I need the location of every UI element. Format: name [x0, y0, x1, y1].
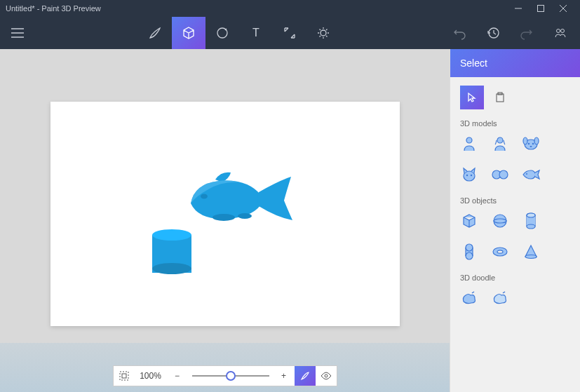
- model-man[interactable]: [460, 135, 478, 153]
- minimize-button[interactable]: [507, 0, 530, 17]
- 3d-tool[interactable]: [172, 17, 205, 49]
- svg-rect-25: [122, 374, 126, 378]
- svg-point-47: [527, 224, 535, 229]
- svg-point-33: [534, 137, 539, 144]
- svg-line-17: [319, 36, 321, 37]
- svg-point-37: [464, 171, 475, 181]
- svg-point-38: [466, 175, 468, 176]
- svg-line-15: [326, 36, 328, 37]
- svg-point-50: [466, 244, 473, 251]
- svg-point-9: [321, 30, 326, 36]
- models-grid: [460, 135, 570, 184]
- model-cat[interactable]: [460, 165, 478, 184]
- canvas[interactable]: [50, 102, 400, 326]
- object-sphere[interactable]: [491, 212, 509, 230]
- text-tool[interactable]: T: [239, 17, 273, 49]
- zoom-value: 100%: [135, 371, 167, 381]
- svg-point-54: [525, 255, 537, 259]
- svg-point-43: [494, 215, 506, 227]
- cylinder-object[interactable]: [152, 229, 191, 274]
- effects-tool[interactable]: [306, 17, 340, 49]
- fish-model[interactable]: [180, 168, 295, 231]
- svg-point-20: [561, 29, 565, 33]
- menu-button[interactable]: [0, 17, 35, 49]
- shapes-tool[interactable]: [205, 17, 239, 49]
- svg-line-16: [326, 29, 328, 31]
- canvas-area[interactable]: 100% − +: [0, 49, 450, 392]
- models-section-label: 3D models: [460, 119, 570, 128]
- redo-button[interactable]: [510, 17, 544, 49]
- svg-point-26: [325, 374, 328, 377]
- svg-point-30: [497, 137, 503, 143]
- svg-point-41: [499, 170, 508, 179]
- undo-button[interactable]: [443, 17, 476, 49]
- svg-point-42: [526, 173, 527, 175]
- svg-rect-1: [538, 6, 544, 12]
- brush-tool[interactable]: [138, 17, 172, 49]
- model-fish[interactable]: [522, 165, 540, 184]
- doodle-soft[interactable]: [460, 289, 478, 307]
- view-mode-brush[interactable]: [295, 366, 316, 386]
- object-cylinder[interactable]: [522, 212, 540, 230]
- model-woman[interactable]: [491, 135, 509, 153]
- close-button[interactable]: [552, 0, 574, 17]
- svg-point-32: [523, 137, 527, 144]
- svg-point-29: [466, 137, 472, 143]
- maximize-button[interactable]: [530, 0, 552, 17]
- title-bar: Untitled* - Paint 3D Preview: [0, 0, 580, 17]
- history-button[interactable]: [476, 17, 510, 49]
- fit-screen-button[interactable]: [114, 366, 135, 386]
- svg-point-34: [528, 143, 530, 144]
- object-cube[interactable]: [460, 212, 478, 230]
- svg-point-21: [213, 214, 235, 221]
- paste-tool[interactable]: [488, 86, 512, 109]
- zoom-in-button[interactable]: +: [274, 366, 295, 386]
- svg-point-35: [532, 143, 534, 144]
- model-dog[interactable]: [522, 135, 540, 153]
- doodle-sharp[interactable]: [491, 289, 509, 307]
- main-toolbar: T: [0, 17, 580, 49]
- community-button[interactable]: [544, 17, 577, 49]
- objects-section-label: 3D objects: [460, 196, 570, 205]
- svg-point-22: [238, 213, 252, 219]
- transform-tool[interactable]: [273, 17, 306, 49]
- svg-text:T: T: [252, 27, 259, 39]
- doodle-grid: [460, 289, 570, 307]
- svg-point-51: [466, 252, 473, 259]
- svg-point-48: [527, 213, 535, 217]
- svg-point-36: [530, 146, 532, 147]
- model-ears[interactable]: [491, 165, 509, 184]
- object-torus[interactable]: [491, 243, 509, 261]
- svg-point-19: [557, 29, 560, 33]
- object-cone[interactable]: [522, 243, 540, 261]
- svg-rect-27: [497, 94, 504, 102]
- objects-grid: [460, 212, 570, 261]
- sidebar-header: Select: [450, 49, 580, 77]
- object-capsule[interactable]: [460, 243, 478, 261]
- svg-line-14: [319, 29, 321, 31]
- zoom-out-button[interactable]: −: [167, 366, 188, 386]
- window-title: Untitled* - Paint 3D Preview: [6, 4, 507, 13]
- zoom-bar: 100% − +: [113, 365, 337, 386]
- doodle-section-label: 3D doodle: [460, 273, 570, 282]
- sidebar: Select 3D models 3D objects: [450, 49, 580, 392]
- select-cursor-tool[interactable]: [460, 86, 484, 109]
- zoom-slider[interactable]: [192, 375, 269, 377]
- svg-point-39: [471, 175, 472, 176]
- svg-point-23: [201, 194, 208, 198]
- view-mode-eye[interactable]: [316, 366, 337, 386]
- svg-rect-24: [120, 372, 128, 380]
- svg-point-53: [497, 250, 503, 253]
